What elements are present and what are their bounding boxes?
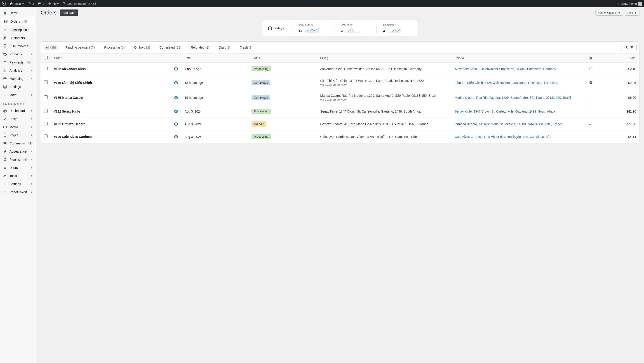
ship-to-address[interactable]: Ormazd Bédard, 41, Rue Marie De Médicis,… bbox=[452, 118, 586, 130]
order-total: $2.25 bbox=[596, 75, 639, 90]
comments-count: 0 bbox=[42, 2, 44, 6]
col-shipto[interactable]: Ship to bbox=[452, 54, 586, 62]
new-content-link[interactable]: New bbox=[48, 2, 59, 6]
preview-icon[interactable] bbox=[174, 96, 178, 99]
sidebar-item-pages[interactable]: Pages bbox=[0, 131, 36, 139]
sidebar-item-pdf-invoices[interactable]: PDF Invoices bbox=[0, 42, 36, 50]
select-all-checkbox[interactable] bbox=[44, 56, 48, 60]
sidebar-item-analytics[interactable]: Analytics bbox=[0, 66, 36, 74]
tab-on-hold[interactable]: On hold (3) bbox=[132, 44, 152, 50]
tab-label: On hold bbox=[134, 46, 145, 49]
tab-refunded[interactable]: Refunded (2) bbox=[188, 44, 212, 50]
table-row[interactable]: #192 Alexander Klein7 hours agoProcessin… bbox=[41, 62, 639, 75]
ship-to-address[interactable]: Marisa Castro, Rua Rio Madeira, 1229, Sa… bbox=[452, 90, 586, 105]
ship-to-address[interactable]: Caio Alves Cardoso, Rua Víctor da Anunci… bbox=[452, 130, 586, 143]
sidebar-item-comments[interactable]: Comments0 bbox=[0, 139, 36, 147]
sidebar-item-tools[interactable]: Tools bbox=[0, 172, 36, 180]
stats-summary: 7 days Total orders12Refunded2Completed3 bbox=[262, 20, 418, 36]
row-checkbox[interactable] bbox=[44, 96, 48, 99]
sidebar-item-label: Pages bbox=[10, 133, 18, 137]
sidebar-item-appearance[interactable]: Appearance bbox=[0, 147, 36, 156]
tab-count: (7) bbox=[91, 46, 95, 49]
add-order-button[interactable]: Add order bbox=[60, 10, 78, 16]
row-checkbox[interactable] bbox=[44, 122, 48, 126]
sidebar-item-plugins[interactable]: Plugins2 bbox=[0, 156, 36, 164]
tab-pending-payment[interactable]: Pending payment (7) bbox=[63, 44, 97, 50]
search-orders-link[interactable]: Search orders ⌘ + K bbox=[62, 2, 96, 6]
sidebar-item-media[interactable]: Media bbox=[0, 123, 36, 131]
order-link[interactable]: #181 Ormazd Bédard bbox=[54, 122, 86, 126]
sidebar-item-label: Products bbox=[10, 52, 22, 56]
table-row[interactable]: #189 Lâm Thị Kiều Chinh18 hours agoCompl… bbox=[41, 75, 639, 90]
col-date[interactable]: Date bbox=[182, 54, 248, 62]
comments-link[interactable]: 0 bbox=[38, 2, 44, 6]
screen-options-button[interactable]: Screen Options ▼ bbox=[596, 10, 623, 16]
stats-period[interactable]: 7 days bbox=[268, 26, 286, 30]
preview-icon[interactable] bbox=[174, 110, 178, 113]
tab-processing[interactable]: Processing (6) bbox=[102, 44, 127, 50]
col-total[interactable]: Total bbox=[596, 54, 639, 62]
svg-point-14 bbox=[5, 184, 6, 184]
preview-icon[interactable] bbox=[174, 81, 178, 84]
ship-to-address[interactable]: Senay Kinfe, 1347 Crown St, Carletonvill… bbox=[452, 105, 586, 118]
sidebar-item-settings[interactable]: Settings bbox=[0, 180, 36, 188]
row-checkbox[interactable] bbox=[44, 67, 48, 70]
sidebar-item-orders[interactable]: Orders6 bbox=[1, 17, 35, 26]
table-row[interactable]: #182 Senay KinfeAug 3, 2024ProcessingSen… bbox=[41, 105, 639, 118]
tab-draft[interactable]: Draft (2) bbox=[216, 44, 232, 50]
sidebar-item-robot-dwarf[interactable]: Robot Dwarf bbox=[0, 188, 36, 196]
sidebar-item-users[interactable]: Users bbox=[0, 164, 36, 172]
preview-icon[interactable] bbox=[174, 122, 178, 126]
sidebar-item-label: Customers bbox=[10, 36, 25, 40]
order-link[interactable]: #189 Lâm Thị Kiều Chinh bbox=[54, 81, 92, 84]
table-row[interactable]: #181 Ormazd BédardAug 3, 2024On holdOrma… bbox=[41, 118, 639, 130]
site-home-link[interactable]: dashify bbox=[10, 2, 24, 6]
row-checkbox[interactable] bbox=[44, 80, 48, 84]
chevron-right-icon bbox=[30, 150, 33, 153]
tab-count: (39) bbox=[50, 46, 56, 49]
bank-icon bbox=[3, 60, 7, 65]
sidebar-item-marketing[interactable]: Marketing bbox=[0, 74, 36, 83]
stats-metric-completed: Completed3 bbox=[383, 24, 412, 33]
sidebar-item-customers[interactable]: Customers bbox=[0, 34, 36, 42]
help-button[interactable]: Help ▼ bbox=[625, 10, 640, 16]
col-status[interactable]: Status bbox=[248, 54, 317, 62]
account-link[interactable]: Howdy, admin bbox=[618, 2, 642, 6]
sidebar-item-subscriptions[interactable]: Subscriptions bbox=[0, 26, 36, 34]
tab-all[interactable]: All (39) bbox=[44, 44, 58, 50]
row-checkbox[interactable] bbox=[44, 109, 48, 113]
home-icon bbox=[3, 11, 7, 15]
table-row[interactable]: #175 Marisa Castro19 hours agoCompletedM… bbox=[41, 90, 639, 105]
row-checkbox[interactable] bbox=[44, 134, 48, 138]
col-order[interactable]: Order bbox=[51, 54, 170, 62]
order-link[interactable]: #192 Alexander Klein bbox=[54, 67, 86, 71]
sidebar-item-settings[interactable]: Settings bbox=[0, 83, 36, 91]
order-link[interactable]: #190 Caio Alves Cardoso bbox=[54, 135, 92, 138]
sidebar-item-products[interactable]: Products bbox=[0, 50, 36, 58]
sidebar-item-more[interactable]: More bbox=[0, 91, 36, 99]
preview-icon[interactable] bbox=[174, 135, 178, 138]
order-link[interactable]: #175 Marisa Castro bbox=[54, 96, 83, 100]
svg-point-27 bbox=[176, 111, 176, 112]
tab-trash[interactable]: Trash (1) bbox=[238, 44, 255, 50]
stats-metric-label: Completed bbox=[383, 24, 412, 27]
wp-logo-icon[interactable] bbox=[2, 2, 6, 6]
search-filter-button[interactable] bbox=[621, 44, 636, 51]
users-icon bbox=[3, 36, 7, 40]
sidebar-item-posts[interactable]: Posts bbox=[0, 115, 36, 123]
user-icon bbox=[3, 166, 7, 170]
preview-icon[interactable] bbox=[174, 67, 178, 70]
sidebar-item-label: More bbox=[10, 93, 17, 97]
ship-to-address[interactable]: Alexander Klein, Luckenwalder Strasse 66… bbox=[452, 62, 586, 75]
col-billing[interactable]: Billing bbox=[317, 54, 452, 62]
sidebar-item-home[interactable]: Home bbox=[0, 9, 36, 17]
ship-to-address[interactable]: Lâm Thị Kiều Chinh, 3125 Walt Nuzum Farm… bbox=[452, 75, 586, 90]
sidebar-item-payments[interactable]: Payments1 bbox=[0, 58, 36, 66]
media-icon bbox=[3, 125, 7, 129]
tab-completed[interactable]: Completed (21) bbox=[157, 44, 184, 50]
sidebar-item-dashboard[interactable]: Dashboard bbox=[0, 107, 36, 115]
updates-link[interactable]: 2 bbox=[27, 2, 34, 6]
sidebar-badge: 2 bbox=[23, 158, 28, 161]
table-row[interactable]: #190 Caio Alves CardosoAug 3, 2024Proces… bbox=[41, 130, 639, 143]
order-link[interactable]: #182 Senay Kinfe bbox=[54, 110, 80, 113]
